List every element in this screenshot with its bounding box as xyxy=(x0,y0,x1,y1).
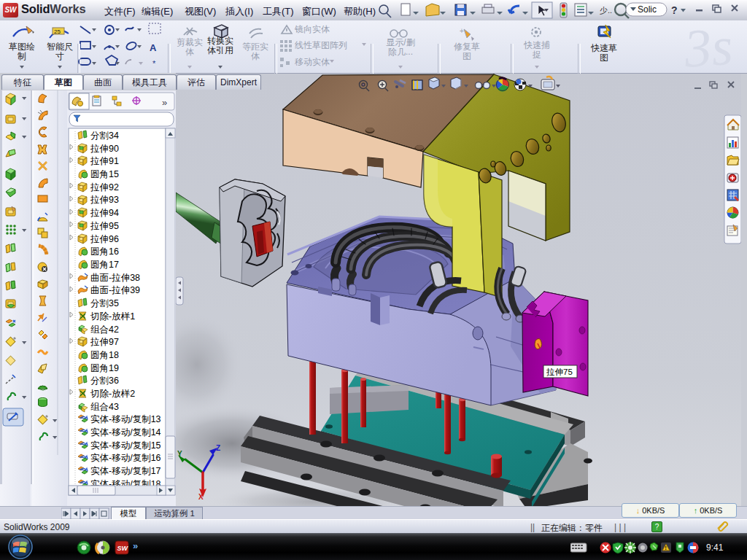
svg-text:组合43: 组合43 xyxy=(90,402,119,412)
svg-text:拉伸90: 拉伸90 xyxy=(90,144,119,154)
svg-text:*: * xyxy=(152,59,156,68)
svg-text:拉伸96: 拉伸96 xyxy=(90,234,119,244)
svg-text:25: 25 xyxy=(54,28,61,35)
svg-text:圆角15: 圆角15 xyxy=(90,169,119,179)
svg-text:Z: Z xyxy=(216,444,220,452)
svg-text:圆角19: 圆角19 xyxy=(90,363,119,373)
svg-text:3s: 3s xyxy=(681,20,734,73)
svg-text:+: + xyxy=(460,27,464,35)
svg-text:X: X xyxy=(198,493,204,501)
svg-text:曲面-拉伸39: 曲面-拉伸39 xyxy=(90,285,140,295)
svg-text:拉伸75: 拉伸75 xyxy=(546,368,573,376)
svg-text:拉伸93: 拉伸93 xyxy=(90,195,119,205)
svg-text:!: ! xyxy=(665,545,667,551)
svg-text:拉伸94: 拉伸94 xyxy=(90,208,119,218)
svg-text:分割36: 分割36 xyxy=(90,376,119,386)
svg-text:切除-放样2: 切除-放样2 xyxy=(90,389,135,399)
svg-text:实体-移动/复制15: 实体-移动/复制15 xyxy=(90,440,161,451)
svg-text:SW: SW xyxy=(117,545,129,552)
svg-text:Solic: Solic xyxy=(638,4,657,15)
svg-text:拉伸92: 拉伸92 xyxy=(90,182,119,192)
svg-text:拉伸97: 拉伸97 xyxy=(90,337,119,347)
svg-text:?: ? xyxy=(671,4,678,16)
svg-text:Y: Y xyxy=(177,450,182,458)
svg-text:»: » xyxy=(162,97,167,108)
svg-text:»: » xyxy=(133,540,138,551)
svg-text:拉伸95: 拉伸95 xyxy=(90,221,119,231)
svg-text:曲面-拉伸38: 曲面-拉伸38 xyxy=(90,273,140,283)
svg-text:实体-移动/复制13: 实体-移动/复制13 xyxy=(90,414,161,424)
svg-text:切除-放样1: 切除-放样1 xyxy=(90,311,135,322)
svg-text:分割34: 分割34 xyxy=(90,131,119,141)
svg-text:圆角18: 圆角18 xyxy=(90,350,119,360)
svg-text:A: A xyxy=(150,42,157,53)
svg-text:实体-移动/复制14: 实体-移动/复制14 xyxy=(90,427,161,438)
svg-text:少..: 少.. xyxy=(600,6,612,15)
svg-text:拉伸91: 拉伸91 xyxy=(90,156,119,166)
svg-text:圆角17: 圆角17 xyxy=(90,260,119,270)
svg-text:组合42: 组合42 xyxy=(90,324,119,335)
svg-text:实体-移动/复制17: 实体-移动/复制17 xyxy=(90,466,161,476)
svg-text:分割35: 分割35 xyxy=(90,298,119,308)
svg-text:实体-移动/复制16: 实体-移动/复制16 xyxy=(90,453,161,463)
svg-text:圆角16: 圆角16 xyxy=(90,246,119,257)
